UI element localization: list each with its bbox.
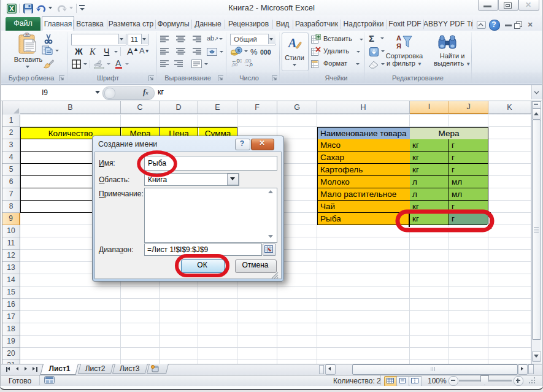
svg-text:$: $ [237, 48, 241, 53]
svg-text:Я: Я [396, 42, 401, 50]
svg-text:A: A [287, 36, 296, 50]
svg-text:А: А [396, 34, 401, 42]
